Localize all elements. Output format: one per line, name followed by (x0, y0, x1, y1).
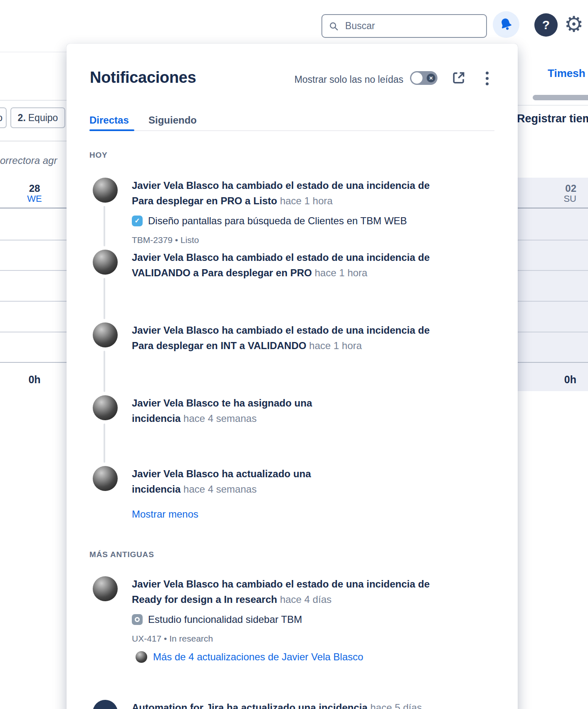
app-canvas: ? ⚙ o 2. Equipo orrectora agr 28 WE 0h 0… (0, 0, 588, 709)
grid-line (518, 362, 588, 363)
issue-key-status: TBM-2379 • Listo (132, 232, 430, 248)
automation-avatar (93, 700, 118, 709)
ux-issue-type-icon (132, 614, 143, 625)
grid-line (518, 240, 588, 240)
notification-item[interactable]: Javier Vela Blasco ha actualizado una in… (93, 466, 509, 497)
search-input-box[interactable] (321, 14, 487, 38)
user-avatar (93, 178, 118, 203)
grid-line (518, 301, 588, 302)
notification-item[interactable]: Javier Vela Blasco te ha asignado una in… (93, 395, 509, 426)
question-mark-icon: ? (542, 18, 550, 32)
notification-text: incidencia (132, 413, 180, 424)
issue-title: Estudio funcionalidad sidebar TBM (148, 612, 302, 627)
toggle-knob (411, 72, 422, 84)
dot (486, 72, 489, 74)
notification-item[interactable]: Javier Vela Blasco ha cambiado el estado… (93, 250, 509, 280)
weekend-column-shade (518, 178, 588, 391)
user-avatar (93, 576, 118, 601)
issue-title: Diseño pantallas para búsqueda de Client… (148, 213, 407, 228)
notification-text: incidencia (132, 483, 180, 495)
notification-time: hace 4 semanas (183, 413, 257, 424)
notification-item[interactable]: Javier Vela Blasco ha cambiado el estado… (93, 576, 509, 646)
horizontal-scrollbar[interactable] (533, 95, 588, 100)
more-actions-button[interactable] (486, 72, 489, 85)
tab-timesheet[interactable]: Timesh (548, 67, 586, 80)
grid-line (0, 332, 69, 332)
notification-text: Javier Vela Blasco te ha asignado una (132, 395, 312, 411)
grid-line (518, 332, 588, 332)
tab-directas[interactable]: Directas (89, 114, 129, 126)
notification-text: Javier Vela Blasco ha cambiado el estado… (132, 178, 430, 193)
tab-siguiendo[interactable]: Siguiendo (148, 114, 197, 126)
grid-line (0, 240, 69, 240)
toolbar-divider-top (0, 100, 67, 101)
panel-title: Notificaciones (90, 69, 196, 87)
notification-text: Javier Vela Blasco ha cambiado el estado… (132, 250, 430, 265)
unread-toggle[interactable]: ✕ (410, 71, 437, 85)
notification-text: Javier Vela Blasco ha actualizado una (132, 466, 311, 481)
notification-item[interactable]: Automation for Jira ha actualizado una i… (93, 700, 509, 709)
user-avatar (93, 466, 118, 491)
dot (486, 77, 489, 80)
grid-line (0, 301, 69, 302)
notification-time: hace 1 hora (309, 340, 362, 351)
filter-chip-equipo[interactable]: 2. Equipo (10, 107, 65, 128)
search-input[interactable] (344, 20, 479, 32)
user-avatar-small (136, 651, 147, 663)
issue-preview[interactable]: ✓ Diseño pantallas para búsqueda de Clie… (132, 213, 430, 228)
timeline-connector (104, 278, 105, 319)
issue-preview[interactable]: Estudio funcionalidad sidebar TBM (132, 612, 430, 627)
grid-line (0, 270, 69, 271)
external-link-icon (450, 69, 467, 86)
gear-icon: ⚙ (564, 12, 584, 37)
user-avatar (93, 250, 118, 275)
notification-text: Para desplegar en PRO a Listo (132, 195, 277, 206)
notification-text: Automation for Jira ha actualizado una i… (132, 702, 368, 709)
user-avatar (93, 395, 118, 420)
notification-time: hace 1 hora (280, 195, 333, 206)
timeline-connector (104, 351, 105, 392)
more-updates-row[interactable]: Más de 4 actualizaciones de Javier Vela … (136, 651, 363, 663)
register-time-button[interactable]: Registrar tiem (517, 112, 588, 125)
tabs-divider (518, 105, 588, 106)
section-today: HOY (89, 151, 108, 160)
dot (486, 82, 489, 85)
notifications-panel: Notificaciones Mostrar solo las no leída… (67, 44, 518, 709)
help-button[interactable]: ? (534, 13, 558, 37)
grid-header-line (0, 208, 69, 208)
notification-item[interactable]: Javier Vela Blasco ha cambiado el estado… (93, 322, 509, 353)
grid-line (0, 362, 69, 363)
show-less-link[interactable]: Mostrar menos (132, 508, 198, 520)
notification-time: hace 5 días (370, 702, 422, 709)
notification-text: Javier Vela Blasco ha cambiado el estado… (132, 576, 430, 592)
unread-toggle-label: Mostrar solo las no leídas (241, 74, 403, 85)
notification-text: Para desplegar en INT a VALIDANDO (132, 340, 306, 351)
more-updates-link[interactable]: Más de 4 actualizaciones de Javier Vela … (153, 651, 363, 663)
settings-button[interactable]: ⚙ (561, 11, 586, 37)
timeline-connector (104, 424, 105, 463)
day-total-left: 0h (0, 374, 69, 386)
notifications-bell-button[interactable] (493, 11, 519, 38)
issue-key-status: UX-417 • In research (132, 631, 430, 646)
notification-item[interactable]: Javier Vela Blasco ha cambiado el estado… (93, 178, 509, 248)
grid-header-line (518, 208, 588, 208)
search-icon (329, 21, 338, 32)
toolbar-divider-bottom (0, 141, 67, 141)
notification-text: VALIDANDO a Para desplegar en PRO (132, 267, 312, 278)
active-tab-underline (89, 129, 134, 131)
filter-chip-partial[interactable]: o (0, 107, 7, 128)
grid-line (518, 270, 588, 271)
section-older: MÁS ANTIGUAS (89, 550, 154, 559)
notification-text: Javier Vela Blasco ha cambiado el estado… (132, 322, 430, 338)
notification-time: hace 1 hora (315, 267, 368, 278)
notification-text: Ready for design a In research (132, 594, 277, 605)
task-type-icon: ✓ (132, 216, 143, 226)
timesheet-subtitle-fragment: orrectora agr (0, 155, 67, 166)
day-header-28-we: 28 WE (0, 183, 69, 204)
user-avatar (93, 322, 118, 347)
day-header-02-su: 02 SU (518, 183, 576, 204)
notification-time: hace 4 días (280, 594, 331, 605)
bell-icon (496, 15, 516, 35)
open-in-new-tab-button[interactable] (450, 69, 467, 86)
toggle-off-icon: ✕ (427, 74, 435, 82)
